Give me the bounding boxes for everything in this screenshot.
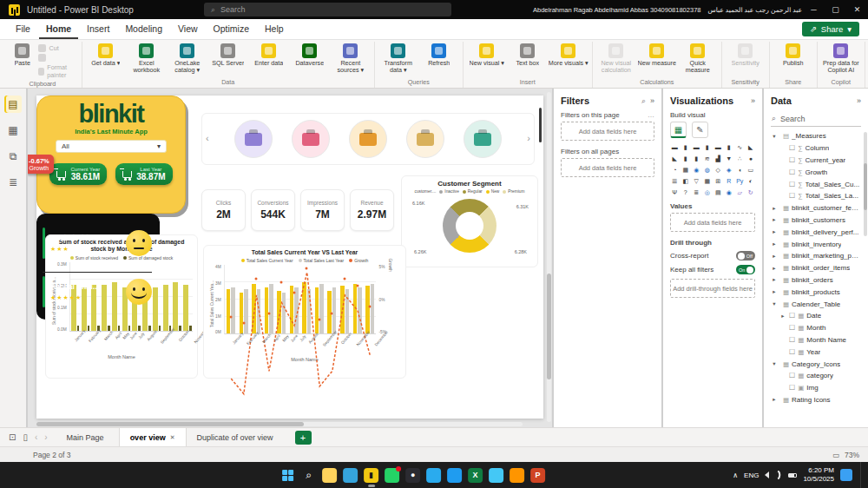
more-options-icon[interactable]: … [648, 111, 654, 119]
ribbon-button-excel-workbook[interactable]: Excel workbook [127, 42, 167, 75]
field-row[interactable]: ▸ ▦ blinkit_orders [771, 274, 861, 287]
expand-chevron-icon[interactable]: ▸ [771, 241, 778, 247]
taskbar-icon-excel[interactable]: X [468, 468, 483, 483]
viz-type-icon[interactable]: ▭ [746, 165, 756, 175]
field-checkbox[interactable]: ☐ [789, 312, 795, 320]
viz-type-icon[interactable]: ▱ [735, 188, 745, 197]
viz-type-icon[interactable]: ≣ [692, 188, 701, 197]
carousel-next-icon[interactable]: › [527, 133, 530, 143]
expand-chevron-icon[interactable]: ▾ [771, 133, 778, 140]
viz-type-icon[interactable]: ▦ [703, 176, 713, 186]
report-view-icon[interactable]: ▤ [4, 96, 22, 113]
keep-all-filters-toggle[interactable]: On [736, 265, 755, 274]
viz-type-icon[interactable]: ▼ [725, 154, 734, 163]
new-page-button[interactable]: + [295, 431, 312, 445]
field-row[interactable]: ▸ ▦ blinkit_products [771, 286, 861, 298]
expand-chevron-icon[interactable]: ▸ [771, 253, 778, 260]
field-row[interactable]: ☐ ▦ Year [771, 346, 861, 358]
kpi-card[interactable]: Clicks 2M [201, 189, 246, 231]
taskbar-icon-firefox[interactable] [510, 468, 524, 483]
language-indicator[interactable]: ENG [744, 472, 759, 479]
next-page-icon[interactable]: › [44, 432, 47, 442]
minimize-button[interactable]: ─ [803, 0, 825, 19]
field-row[interactable]: ▸ ▦ blinkit_customer_fee... [771, 202, 861, 214]
category-image[interactable] [464, 120, 502, 158]
ribbon-button-sensitivity[interactable]: Sensitivity [726, 42, 766, 67]
taskbar-icon-camera-app[interactable]: ● [405, 468, 420, 483]
menu-tab[interactable]: Help [258, 20, 291, 39]
field-row[interactable]: ▸ ▦ blinkit_delivery_perf... [771, 226, 861, 238]
category-carousel[interactable]: ‹ [201, 113, 535, 165]
collapse-panel-icon[interactable]: » [857, 96, 861, 105]
field-row[interactable]: ☐ ▣ Img [771, 382, 861, 394]
viz-type-icon[interactable]: ◍ [703, 165, 713, 175]
field-row[interactable]: ▾ ▤ _Measures [771, 130, 861, 142]
field-checkbox[interactable]: ☐ [789, 384, 795, 392]
expand-chevron-icon[interactable]: ▸ [771, 216, 778, 223]
clock[interactable]: 6:20 PM 10/5/2025 [803, 466, 834, 484]
viz-type-icon[interactable]: ● [746, 154, 756, 163]
ribbon-button-cut[interactable]: Cut [38, 44, 77, 52]
menu-tab[interactable]: File [9, 20, 37, 39]
category-image[interactable] [292, 120, 330, 158]
donut-chart[interactable] [443, 199, 496, 253]
page-tab[interactable]: Duplicate of over view [187, 428, 288, 446]
ribbon-button-more-visuals[interactable]: More visuals ▾ [549, 42, 589, 67]
ribbon-button-paste[interactable]: Paste [7, 42, 37, 67]
ribbon-button-recent-sources[interactable]: Recent sources ▾ [331, 42, 371, 75]
field-checkbox[interactable]: ☐ [789, 181, 795, 188]
field-row[interactable]: ☐ ∑ Column [771, 142, 861, 155]
field-row[interactable]: ☐ ∑ Total_Sales_Cu... [771, 178, 861, 190]
report-page[interactable]: blinkit India's Last Minute App All ▾ Cu… [36, 96, 543, 419]
viz-type-icon[interactable]: ∿ [735, 142, 745, 152]
wifi-icon[interactable] [774, 470, 784, 479]
category-image[interactable] [234, 120, 273, 158]
viz-type-icon[interactable]: ◔ [670, 165, 680, 175]
expand-chevron-icon[interactable]: ▸ [771, 265, 778, 272]
collapse-panel-icon[interactable]: » [650, 96, 654, 106]
ribbon-button-publish[interactable]: Publish [773, 42, 813, 67]
field-row[interactable]: ▸ ▦ blinkit_marketing_pe... [771, 250, 861, 262]
sales-chart-visual[interactable]: Total Sales Current Year VS Last Year To… [203, 245, 406, 379]
data-search-input[interactable]: ⌕ Search [771, 111, 861, 127]
viz-type-icon[interactable]: ▮ [692, 154, 701, 163]
expand-chevron-icon[interactable]: ▸ [771, 205, 778, 212]
viz-type-icon[interactable]: ? [681, 188, 691, 197]
viz-type-icon[interactable]: ◉ [692, 165, 701, 175]
dax-query-view-icon[interactable]: ≣ [4, 174, 22, 191]
customer-segment-visual[interactable]: Customer Segment customer.... Inactive [401, 175, 538, 267]
canvas-horizontal-scrollbar[interactable] [36, 422, 523, 426]
data-panel-scrollbar[interactable] [864, 132, 867, 236]
taskbar-icon-browser[interactable] [489, 468, 503, 483]
viz-type-icon[interactable]: ▦ [681, 165, 691, 175]
previous-page-icon[interactable]: ‹ [35, 432, 37, 442]
ribbon-button-get-data[interactable]: Get data ▾ [86, 42, 126, 67]
zoom-level[interactable]: 73% [845, 451, 859, 459]
ribbon-button-dataverse[interactable]: Dataverse [290, 42, 330, 67]
volume-icon[interactable] [765, 472, 769, 478]
taskbar-search-icon[interactable]: ⌕ [301, 468, 316, 483]
search-icon[interactable]: ⌕ [641, 96, 646, 106]
kpi-card[interactable]: Conversions 544K [251, 189, 295, 231]
field-row[interactable]: ▸ ☐ ▦ Date [771, 310, 861, 322]
kpi-card[interactable]: Revenue 2.97M [350, 189, 394, 231]
field-checkbox[interactable]: ☐ [789, 156, 795, 164]
show-desktop-handle[interactable] [860, 462, 863, 488]
viz-type-icon[interactable]: ▮ [725, 142, 734, 152]
ribbon-button-prep-data-for-copilot-ai[interactable]: Prep data for Copilot AI [821, 42, 861, 75]
ribbon-button-refresh[interactable]: Refresh [419, 42, 459, 67]
ribbon-button-copy[interactable] [38, 54, 77, 62]
field-row[interactable]: ▸ ▦ blinkit_inventory [771, 238, 861, 250]
field-checkbox[interactable]: ☐ [789, 168, 795, 176]
field-checkbox[interactable]: ☐ [789, 192, 795, 200]
field-checkbox[interactable]: ☐ [789, 348, 795, 356]
ribbon-button-quick-measure[interactable]: Quick measure [678, 42, 718, 75]
viz-type-icon[interactable]: ◉ [725, 188, 734, 197]
viz-type-icon[interactable]: ◈ [725, 165, 734, 175]
fit-to-page-icon[interactable]: ▭ [832, 451, 839, 459]
viz-type-icon[interactable]: ▟ [713, 154, 723, 163]
ribbon-button-text-box[interactable]: Text box [508, 42, 548, 67]
viz-type-icon[interactable]: ⊞ [713, 176, 723, 186]
format-visual-mode-icon[interactable]: ✎ [692, 122, 708, 138]
category-image[interactable] [349, 120, 387, 158]
